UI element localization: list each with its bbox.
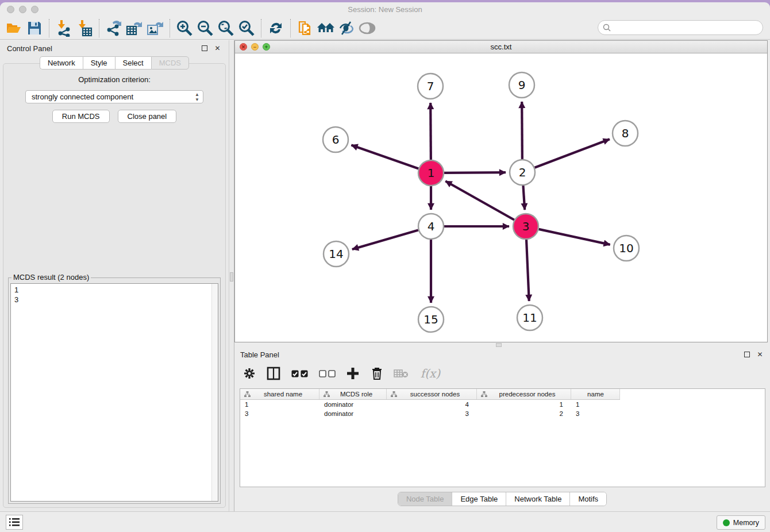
svg-text:9: 9 (518, 78, 526, 92)
criterion-dropdown[interactable]: strongly connected component ▲▼ (25, 90, 203, 103)
zoom-out-icon[interactable] (195, 18, 215, 38)
select-all-columns-icon[interactable] (290, 365, 309, 381)
network-zoom-button[interactable]: + (263, 43, 270, 51)
node-4[interactable]: 4 (418, 214, 444, 239)
export-network-icon[interactable] (103, 18, 124, 38)
node-2[interactable]: 2 (510, 160, 535, 185)
edge-4-14[interactable] (352, 230, 418, 249)
node-6[interactable]: 6 (323, 127, 348, 152)
show-columns-icon[interactable] (265, 365, 282, 381)
table-options-gear-icon[interactable] (241, 365, 257, 381)
task-history-button[interactable] (6, 515, 23, 530)
clone-network-icon[interactable] (295, 18, 315, 38)
node-11[interactable]: 11 (517, 305, 542, 330)
import-table-icon[interactable] (74, 18, 95, 38)
edge-1-7[interactable] (430, 103, 431, 160)
cell-predecessor-nodes[interactable]: 1 (477, 401, 571, 408)
vertical-splitter[interactable] (229, 40, 234, 511)
edge-3-10[interactable] (538, 229, 610, 245)
cell-MCDS-role[interactable]: dominator (319, 410, 387, 417)
add-column-icon[interactable] (345, 365, 361, 381)
home-icon[interactable] (315, 18, 336, 38)
edge-2-3[interactable] (523, 186, 525, 210)
mcds-result-text[interactable]: 1 3 (10, 283, 218, 502)
close-panel-icon[interactable]: ✕ (213, 44, 222, 53)
control-tab-mcds[interactable]: MCDS (151, 56, 189, 70)
function-builder-icon[interactable]: f(x) (417, 365, 444, 381)
network-window-titlebar: ✕ − + scc.txt (235, 41, 767, 53)
horizontal-splitter-handle[interactable] (496, 343, 502, 347)
search-input[interactable] (598, 20, 763, 35)
dropdown-stepper-icon: ▲▼ (195, 92, 199, 102)
node-15[interactable]: 15 (418, 307, 444, 332)
splitter-handle[interactable] (230, 272, 233, 282)
edge-1-6[interactable] (351, 145, 418, 169)
zoom-selected-icon[interactable] (236, 18, 257, 38)
zoom-in-icon[interactable] (174, 18, 195, 38)
cell-name[interactable]: 3 (571, 410, 620, 417)
network-close-button[interactable]: ✕ (240, 43, 247, 51)
control-tab-select[interactable]: Select (115, 56, 151, 70)
import-network-icon[interactable] (53, 18, 74, 38)
edge-3-1[interactable] (445, 181, 514, 219)
cell-name[interactable]: 1 (571, 401, 620, 408)
edge-2-8[interactable] (535, 139, 610, 168)
save-session-icon[interactable] (24, 18, 45, 38)
node-14[interactable]: 14 (324, 241, 349, 267)
node-1[interactable]: 1 (418, 160, 444, 186)
unselect-all-columns-icon[interactable] (317, 365, 337, 381)
column-header-successor-nodes[interactable]: successor nodes (387, 389, 477, 399)
result-scrollbar[interactable] (211, 284, 218, 501)
delete-table-icon[interactable] (393, 365, 409, 381)
network-canvas[interactable]: 7968124314101511 (235, 53, 767, 342)
cell-successor-nodes[interactable]: 4 (387, 401, 477, 408)
network-title: scc.txt (235, 43, 767, 51)
open-file-icon[interactable] (3, 18, 24, 38)
node-table[interactable]: shared nameMCDS rolesuccessor nodesprede… (240, 388, 765, 487)
table-row[interactable]: 3dominator323 (240, 409, 765, 418)
node-10[interactable]: 10 (614, 236, 639, 261)
edge-1-2[interactable] (444, 172, 506, 173)
edge-3-11[interactable] (526, 240, 529, 301)
node-7[interactable]: 7 (418, 74, 443, 99)
node-9[interactable]: 9 (509, 72, 534, 98)
run-mcds-button[interactable]: Run MCDS (52, 110, 110, 123)
cell-successor-nodes[interactable]: 3 (387, 410, 477, 417)
node-3[interactable]: 3 (513, 214, 538, 239)
control-tab-style[interactable]: Style (83, 56, 115, 70)
cell-shared-name[interactable]: 1 (240, 401, 319, 408)
cell-predecessor-nodes[interactable]: 2 (477, 410, 571, 417)
node-8[interactable]: 8 (613, 121, 638, 146)
zoom-fit-icon[interactable] (215, 18, 236, 38)
float-panel-icon[interactable] (200, 44, 209, 53)
column-header-predecessor-nodes[interactable]: predecessor nodes (477, 389, 571, 399)
memory-status-icon (723, 519, 730, 526)
close-panel-button[interactable]: Close panel (118, 110, 177, 123)
edge-2-9[interactable] (522, 102, 522, 159)
column-header-name[interactable]: name (571, 389, 620, 399)
network-minimize-button[interactable]: − (251, 43, 259, 51)
table-close-icon[interactable]: ✕ (756, 350, 764, 359)
search-field-wrap (598, 20, 763, 35)
table-tab-node-table[interactable]: Node Table (398, 492, 453, 506)
table-row[interactable]: 1dominator411 (240, 400, 765, 409)
titlebar: Session: New Session (0, 2, 770, 17)
memory-button[interactable]: Memory (717, 515, 765, 530)
table-tab-edge-table[interactable]: Edge Table (452, 492, 506, 506)
table-tab-network-table[interactable]: Network Table (506, 492, 570, 506)
export-table-icon[interactable] (124, 18, 145, 38)
control-tab-network[interactable]: Network (40, 56, 83, 70)
table-panel-title: Table Panel (240, 350, 279, 359)
toggle-graphics-details-icon[interactable] (336, 18, 357, 38)
birds-eye-view-icon[interactable] (357, 18, 378, 38)
refresh-layout-icon[interactable] (265, 18, 286, 38)
delete-columns-icon[interactable] (369, 365, 385, 381)
column-header-shared-name[interactable]: shared name (240, 389, 319, 399)
table-panel: Table Panel ✕ (234, 347, 770, 511)
cell-MCDS-role[interactable]: dominator (319, 401, 387, 408)
export-image-icon[interactable] (145, 18, 165, 38)
column-header-MCDS-role[interactable]: MCDS role (319, 389, 387, 399)
table-float-icon[interactable] (742, 350, 751, 359)
cell-shared-name[interactable]: 3 (240, 410, 319, 417)
table-tab-motifs[interactable]: Motifs (570, 492, 606, 506)
